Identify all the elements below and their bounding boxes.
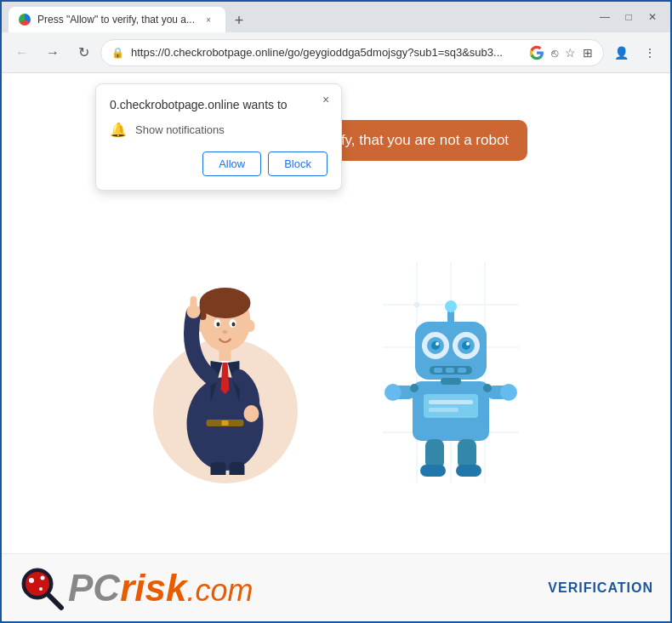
- reload-button[interactable]: ↻: [70, 39, 97, 66]
- svg-rect-52: [434, 368, 442, 373]
- svg-point-50: [466, 342, 470, 346]
- address-bar[interactable]: 🔒 https://0.checkrobotpage.online/go/gey…: [100, 39, 604, 66]
- forward-button[interactable]: →: [39, 39, 66, 66]
- back-button[interactable]: ←: [9, 39, 36, 66]
- svg-point-47: [431, 341, 440, 350]
- verification-label: VERIFICATION: [548, 580, 653, 596]
- svg-point-67: [26, 572, 49, 596]
- minimize-button[interactable]: —: [594, 6, 616, 28]
- logo-pc-text: PC: [68, 567, 120, 609]
- characters-area: [2, 245, 670, 483]
- svg-rect-38: [429, 400, 473, 404]
- popup-title: 0.checkrobotpage.online wants to: [110, 98, 327, 111]
- menu-button[interactable]: ⋮: [636, 39, 663, 66]
- robot-figure: [383, 262, 519, 483]
- popup-close-button[interactable]: ×: [317, 91, 334, 108]
- svg-point-65: [483, 384, 492, 392]
- robot-svg: [383, 262, 519, 483]
- svg-point-49: [436, 342, 439, 346]
- toolbar-right: 👤 ⋮: [607, 39, 663, 66]
- browser-frame: Press "Allow" to verify, that you a... ×…: [2, 2, 670, 621]
- svg-point-18: [244, 405, 259, 422]
- close-button[interactable]: ✕: [641, 6, 663, 28]
- logo-com-text: .com: [186, 573, 253, 609]
- svg-point-59: [500, 384, 517, 401]
- url-text: https://0.checkrobotpage.online/go/geygi…: [131, 46, 522, 59]
- svg-line-71: [48, 595, 61, 608]
- svg-rect-55: [441, 378, 461, 385]
- pcrisk-logo: PC risk .com: [19, 565, 253, 611]
- branding-bar: PC risk .com VERIFICATION: [2, 553, 670, 621]
- logo-risk-text: risk: [120, 567, 186, 609]
- tab-area: Press "Allow" to verify, that you a... ×…: [9, 2, 584, 32]
- toolbar: ← → ↻ 🔒 https://0.checkrobotpage.online/…: [2, 32, 670, 73]
- svg-point-6: [217, 323, 220, 327]
- bookmark-icon: ☆: [565, 46, 576, 60]
- notification-popup: × 0.checkrobotpage.online wants to 🔔 Sho…: [95, 83, 342, 191]
- svg-point-10: [247, 320, 255, 332]
- svg-rect-60: [425, 439, 444, 469]
- svg-rect-53: [446, 368, 454, 373]
- popup-permission: 🔔 Show notifications: [110, 122, 327, 138]
- popup-buttons: Allow Block: [110, 151, 327, 176]
- profile-icon[interactable]: 👤: [607, 39, 635, 66]
- svg-point-70: [39, 587, 43, 591]
- share-icon: ⎋: [551, 46, 558, 60]
- tab-search-icon: ⊞: [583, 46, 593, 60]
- page-content: × 0.checkrobotpage.online wants to 🔔 Sho…: [2, 73, 670, 621]
- svg-point-48: [462, 341, 470, 350]
- allow-button[interactable]: Allow: [202, 151, 261, 176]
- svg-rect-61: [458, 439, 476, 469]
- tab-favicon: [19, 14, 31, 26]
- svg-point-32: [414, 302, 419, 307]
- svg-rect-20: [230, 462, 245, 475]
- bell-icon: 🔔: [110, 122, 127, 138]
- google-icon: [529, 45, 544, 60]
- window-controls: — □ ✕: [594, 6, 663, 28]
- svg-point-42: [445, 300, 457, 312]
- active-tab[interactable]: Press "Allow" to verify, that you a... ×: [9, 7, 225, 32]
- person-svg: [160, 254, 292, 475]
- svg-rect-54: [458, 368, 466, 373]
- title-bar: Press "Allow" to verify, that you a... ×…: [2, 2, 670, 32]
- logo-letters: PC risk .com: [68, 567, 253, 609]
- tab-title: Press "Allow" to verify, that you a...: [37, 14, 195, 26]
- svg-point-69: [41, 575, 45, 580]
- svg-rect-19: [211, 462, 226, 475]
- svg-point-2: [200, 288, 251, 318]
- new-tab-button[interactable]: +: [227, 9, 251, 32]
- lock-icon: 🔒: [111, 47, 124, 59]
- permission-label: Show notifications: [135, 123, 225, 136]
- svg-point-57: [384, 384, 401, 401]
- tab-close-button[interactable]: ×: [202, 13, 215, 26]
- svg-rect-17: [191, 296, 197, 315]
- svg-point-8: [223, 330, 228, 334]
- svg-rect-63: [456, 465, 481, 477]
- svg-rect-39: [429, 408, 458, 412]
- logo-magnifier-icon: [19, 565, 65, 611]
- svg-rect-62: [420, 465, 446, 477]
- person-figure: [153, 245, 298, 483]
- svg-point-64: [410, 384, 419, 392]
- maximize-button[interactable]: □: [618, 6, 640, 28]
- svg-point-68: [29, 578, 34, 583]
- svg-rect-37: [424, 394, 478, 418]
- block-button[interactable]: Block: [268, 151, 327, 176]
- svg-point-7: [232, 323, 236, 327]
- svg-rect-24: [222, 420, 229, 426]
- svg-rect-11: [219, 349, 231, 363]
